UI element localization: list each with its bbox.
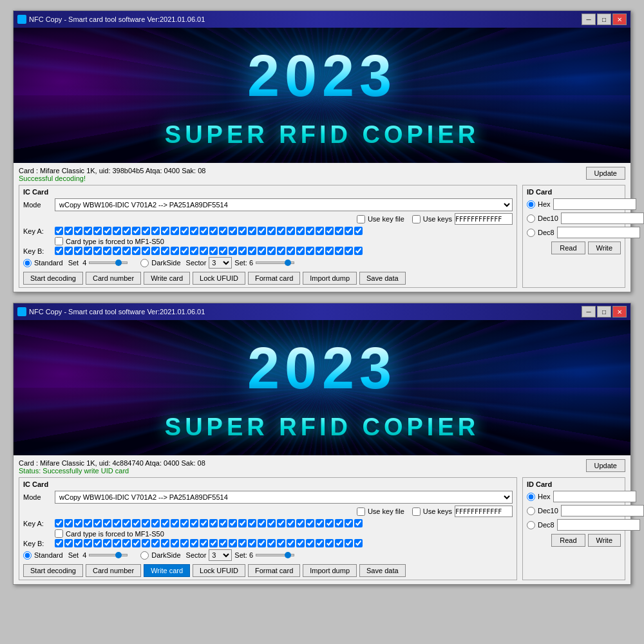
lock-ufuid-button[interactable]: Lock UFUID xyxy=(193,272,245,285)
use-key-file-row: Use key file xyxy=(357,507,404,516)
key-b-checkboxes xyxy=(55,539,363,547)
card-number-button[interactable]: Card number xyxy=(86,564,141,577)
start-decoding-button[interactable]: Start decoding xyxy=(23,564,83,577)
card-type-checkbox[interactable] xyxy=(55,529,63,538)
use-key-file-row: Use key file xyxy=(357,215,404,223)
write-card-button[interactable]: Write card xyxy=(144,564,190,577)
format-card-button[interactable]: Format card xyxy=(248,564,300,577)
read-button[interactable]: Read xyxy=(551,534,585,547)
mode-select[interactable]: wCopy WBW106-IDIC V701A2 --> PA251A89DF5… xyxy=(55,198,513,211)
hex-label: Hex xyxy=(538,493,551,500)
key-a-row: Key A: xyxy=(23,519,513,527)
darkside-label: DarkSide xyxy=(151,551,180,559)
card-type-label: Card type is forced to MF1-S50 xyxy=(66,530,164,538)
action-buttons-row: Start decoding Card number Write card Lo… xyxy=(23,564,513,577)
use-key-file-checkbox[interactable] xyxy=(357,507,365,516)
key-b-row: Key B: xyxy=(23,247,513,255)
id-buttons-row: Read Write xyxy=(527,242,621,254)
key-b-checkboxes xyxy=(55,247,363,255)
card-type-checkbox[interactable] xyxy=(55,237,63,245)
maximize-button[interactable]: □ xyxy=(597,306,611,317)
dec10-radio[interactable] xyxy=(527,507,535,515)
standard-radio[interactable] xyxy=(23,551,32,560)
keys-input[interactable] xyxy=(455,506,513,517)
key-a-checkboxes xyxy=(55,519,363,527)
radio-section: Standard Set 4 DarkSide Sector xyxy=(23,257,513,269)
sector-select[interactable]: 3 xyxy=(209,549,232,561)
hex-row: Hex xyxy=(527,491,621,502)
update-button[interactable]: Update xyxy=(586,459,625,472)
dec10-row: Dec10 xyxy=(527,505,621,516)
close-button[interactable]: ✕ xyxy=(612,306,627,317)
darkside-slider-track xyxy=(256,261,294,264)
dec8-row: Dec8 xyxy=(527,519,621,531)
card-type-row: Card type is forced to MF1-S50 xyxy=(23,237,513,245)
set-label: Set xyxy=(68,551,79,559)
close-button[interactable]: ✕ xyxy=(612,14,627,25)
update-button[interactable]: Update xyxy=(586,167,625,180)
minimize-button[interactable]: ─ xyxy=(582,306,596,317)
use-keys-checkbox[interactable] xyxy=(412,507,421,516)
lock-ufuid-button[interactable]: Lock UFUID xyxy=(193,564,245,577)
dec8-row: Dec8 xyxy=(527,227,621,238)
banner-year: 2023 xyxy=(14,339,630,397)
panels-row: IC Card Mode wCopy WBW106-IDIC V701A2 --… xyxy=(19,477,625,580)
save-data-button[interactable]: Save data xyxy=(359,272,406,285)
content-area-2: Card : Mifare Classic 1K, uid: 4c884740 … xyxy=(14,455,630,584)
darkside-radio[interactable] xyxy=(140,551,149,560)
set2-label: Set: 6 xyxy=(234,259,253,267)
key-a-row: Key A: xyxy=(23,227,513,235)
window-controls: ─ □ ✕ xyxy=(582,306,627,317)
standard-label: Standard xyxy=(34,259,63,267)
format-card-button[interactable]: Format card xyxy=(248,272,300,285)
card-number-button[interactable]: Card number xyxy=(86,272,141,285)
hex-radio[interactable] xyxy=(527,493,535,501)
mode-select[interactable]: wCopy WBW106-IDIC V701A2 --> PA251A89DF5… xyxy=(55,491,513,504)
import-dump-button[interactable]: Import dump xyxy=(303,272,357,285)
save-data-button[interactable]: Save data xyxy=(359,564,406,577)
keys-input[interactable] xyxy=(455,213,513,225)
dec10-row: Dec10 xyxy=(527,213,621,224)
maximize-button[interactable]: □ xyxy=(597,14,611,25)
standard-row: Standard Set 4 xyxy=(23,257,128,269)
ic-card-panel: IC Card Mode wCopy WBW106-IDIC V701A2 --… xyxy=(19,185,517,288)
use-keys-row: Use keys xyxy=(412,507,452,516)
id-buttons-row: Read Write xyxy=(527,534,621,547)
write-button[interactable]: Write xyxy=(588,534,621,547)
content-area-1: Card : Mifare Classic 1K, uid: 398b04b5 … xyxy=(14,163,630,292)
sector-select[interactable]: 3 xyxy=(209,257,232,269)
title-bar-left: NFC Copy - Smart card tool software Ver:… xyxy=(17,15,205,24)
dec8-radio[interactable] xyxy=(527,229,535,237)
sector-label: Sector xyxy=(186,259,207,267)
use-key-file-checkbox[interactable] xyxy=(357,215,365,223)
hex-input[interactable] xyxy=(553,491,636,502)
dec8-input[interactable] xyxy=(557,519,640,531)
hex-input[interactable] xyxy=(553,198,636,210)
use-keys-checkbox[interactable] xyxy=(412,215,421,223)
dec10-radio[interactable] xyxy=(527,214,535,223)
write-card-button[interactable]: Write card xyxy=(144,272,190,285)
key-a-label: Key A: xyxy=(23,520,52,527)
write-button[interactable]: Write xyxy=(588,242,621,254)
dec10-input[interactable] xyxy=(561,505,644,516)
use-keys-label: Use keys xyxy=(423,507,452,515)
dec8-radio[interactable] xyxy=(527,521,535,529)
key-a-label: Key A: xyxy=(23,227,52,235)
mode-label: Mode xyxy=(23,493,52,501)
hex-radio[interactable] xyxy=(527,200,535,209)
import-dump-button[interactable]: Import dump xyxy=(303,564,357,577)
start-decoding-button[interactable]: Start decoding xyxy=(23,272,83,285)
status-text: Card : Mifare Classic 1K, uid: 4c884740 … xyxy=(19,459,205,475)
standard-radio[interactable] xyxy=(23,259,32,267)
darkside-radio[interactable] xyxy=(140,259,149,267)
status-line1: Card : Mifare Classic 1K, uid: 4c884740 … xyxy=(19,459,205,467)
dec8-input[interactable] xyxy=(557,227,640,238)
minimize-button[interactable]: ─ xyxy=(582,14,596,25)
read-button[interactable]: Read xyxy=(551,242,585,254)
use-key-file-label: Use key file xyxy=(368,507,404,515)
darkside-row: DarkSide Sector 3 Set: 6 xyxy=(140,257,294,269)
use-key-file-label: Use key file xyxy=(368,215,404,223)
standard-slider-track xyxy=(89,261,128,264)
dec10-input[interactable] xyxy=(561,213,644,224)
options-row: Use key file Use keys xyxy=(23,213,513,225)
